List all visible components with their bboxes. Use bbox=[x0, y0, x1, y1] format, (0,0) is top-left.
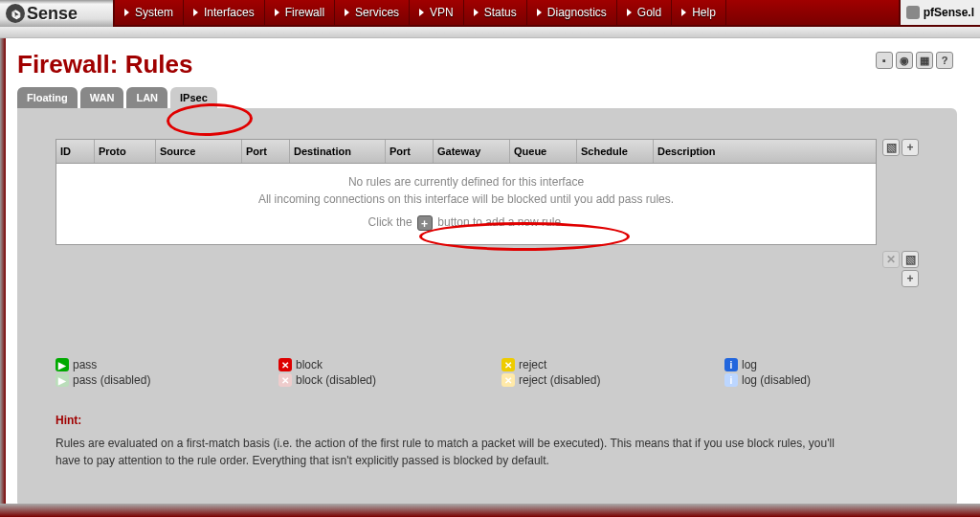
table-side-buttons: ▧ + bbox=[882, 139, 919, 245]
tab-lan[interactable]: LAN bbox=[126, 87, 167, 108]
page-action-icons: ▪ ◉ ▦ ? bbox=[876, 52, 953, 69]
col-destination: Destination bbox=[290, 140, 386, 163]
brand-text: Sense bbox=[27, 4, 78, 24]
legend-pass: ▶pass bbox=[56, 358, 250, 371]
nav-diagnostics[interactable]: Diagnostics bbox=[527, 0, 617, 25]
col-port: Port bbox=[386, 140, 434, 163]
hostname-box[interactable]: pfSense.l bbox=[899, 0, 980, 25]
nav-arrow-icon bbox=[474, 9, 479, 16]
legend-log: ilog bbox=[724, 358, 919, 371]
legend-reject: ✕reject bbox=[501, 358, 696, 371]
col-id: ID bbox=[56, 140, 95, 163]
interface-tabs: FloatingWANLANIPsec bbox=[17, 87, 957, 108]
col-queue: Queue bbox=[510, 140, 577, 163]
nav-vpn[interactable]: VPN bbox=[410, 0, 464, 25]
nav-arrow-icon bbox=[537, 9, 542, 16]
hint-label: Hint: bbox=[56, 414, 919, 427]
top-navbar: ⌬ Sense SystemInterfacesFirewallServices… bbox=[0, 0, 980, 27]
add-hint-post: button to add a new rule. bbox=[437, 215, 564, 229]
empty-line-2: All incoming connections on this interfa… bbox=[64, 191, 868, 208]
legend-block-disabled: ✕block (disabled) bbox=[278, 373, 473, 387]
legend-log-disabled: ilog (disabled) bbox=[724, 373, 919, 387]
nav-arrow-icon bbox=[627, 9, 632, 16]
status-icon[interactable]: ▪ bbox=[876, 52, 893, 69]
logo: ⌬ Sense bbox=[0, 0, 115, 27]
rules-table: IDProtoSourcePortDestinationPortGatewayQ… bbox=[56, 139, 877, 245]
gradient-divider bbox=[0, 27, 980, 38]
reject-disabled-icon: ✕ bbox=[501, 373, 515, 387]
col-port: Port bbox=[242, 140, 290, 163]
pass-disabled-icon: ▶ bbox=[56, 373, 69, 387]
pass-icon: ▶ bbox=[56, 358, 69, 371]
col-proto: Proto bbox=[95, 140, 156, 163]
table-header: IDProtoSourcePortDestinationPortGatewayQ… bbox=[56, 140, 876, 164]
delete-button[interactable]: ✕ bbox=[882, 251, 900, 268]
empty-line-1: No rules are currently defined for this … bbox=[64, 173, 868, 191]
col-schedule: Schedule bbox=[577, 140, 654, 163]
table-body-empty: No rules are currently defined for this … bbox=[56, 164, 876, 244]
tab-wan[interactable]: WAN bbox=[80, 87, 124, 108]
block-disabled-icon: ✕ bbox=[278, 373, 292, 387]
reject-icon: ✕ bbox=[501, 358, 515, 371]
add-hint-line: Click the button to add a new rule. bbox=[64, 214, 868, 231]
refresh-icon[interactable]: ◉ bbox=[896, 52, 913, 69]
col-gateway: Gateway bbox=[434, 140, 510, 163]
legend-reject-disabled: ✕reject (disabled) bbox=[501, 373, 696, 387]
table-row-wrap: IDProtoSourcePortDestinationPortGatewayQ… bbox=[56, 139, 919, 245]
legend: ▶pass ✕block ✕reject ilog ▶pass (disable… bbox=[56, 358, 919, 387]
add-rule-button-icon[interactable] bbox=[417, 215, 433, 231]
hint-text: Rules are evaluated on a first-match bas… bbox=[56, 435, 840, 469]
log-icon: i bbox=[724, 358, 738, 371]
block-icon: ✕ bbox=[278, 358, 292, 371]
nav-arrow-icon bbox=[124, 9, 129, 16]
nav-services[interactable]: Services bbox=[335, 0, 410, 25]
lower-side-buttons: ✕ ▧ + bbox=[879, 251, 919, 287]
nav-gold[interactable]: Gold bbox=[617, 0, 672, 25]
page-title: Firewall: Rules bbox=[17, 50, 957, 79]
move-button-2[interactable]: ▧ bbox=[902, 251, 919, 268]
nav-system[interactable]: System bbox=[115, 0, 184, 25]
add-hint-pre: Click the bbox=[368, 215, 415, 229]
nav-firewall[interactable]: Firewall bbox=[265, 0, 335, 25]
nav-status[interactable]: Status bbox=[464, 0, 527, 25]
logo-icon: ⌬ bbox=[6, 4, 25, 23]
hostname-text: pfSense.l bbox=[924, 6, 974, 19]
col-description: Description bbox=[654, 140, 876, 163]
add-button[interactable]: + bbox=[902, 139, 919, 156]
main-nav: SystemInterfacesFirewallServicesVPNStatu… bbox=[115, 0, 899, 25]
nav-arrow-icon bbox=[193, 9, 198, 16]
legend-block: ✕block bbox=[278, 358, 473, 371]
add-button-2[interactable]: + bbox=[902, 270, 919, 287]
bottom-rail bbox=[0, 504, 980, 517]
nav-arrow-icon bbox=[419, 9, 424, 16]
tab-ipsec[interactable]: IPsec bbox=[170, 87, 217, 108]
log-disabled-icon: i bbox=[724, 373, 738, 387]
rules-panel: IDProtoSourcePortDestinationPortGatewayQ… bbox=[17, 108, 957, 507]
host-icon bbox=[906, 6, 920, 19]
nav-arrow-icon bbox=[275, 9, 279, 16]
tab-floating[interactable]: Floating bbox=[17, 87, 78, 108]
legend-pass-disabled: ▶pass (disabled) bbox=[56, 373, 250, 387]
save-icon[interactable]: ▦ bbox=[916, 52, 933, 69]
move-button[interactable]: ▧ bbox=[882, 139, 900, 156]
nav-arrow-icon bbox=[681, 9, 686, 16]
nav-interfaces[interactable]: Interfaces bbox=[184, 0, 265, 25]
nav-arrow-icon bbox=[345, 9, 349, 16]
col-source: Source bbox=[156, 140, 242, 163]
help-icon[interactable]: ? bbox=[936, 52, 953, 69]
nav-help[interactable]: Help bbox=[672, 0, 726, 25]
